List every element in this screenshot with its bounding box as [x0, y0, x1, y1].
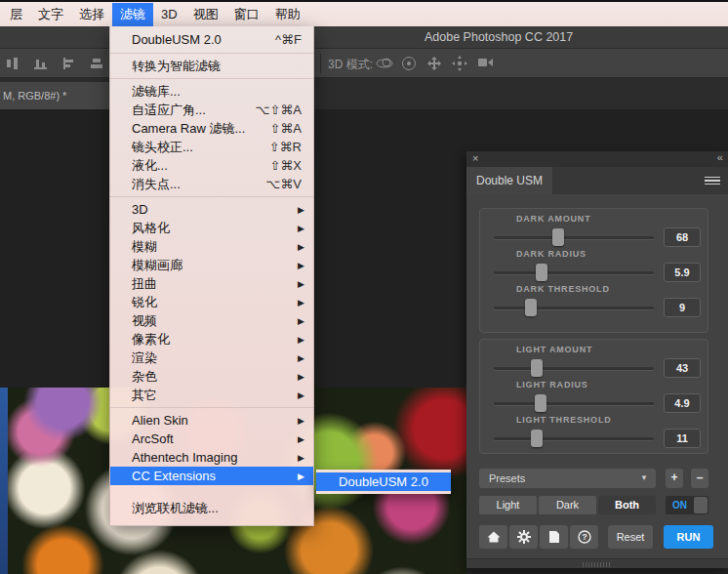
slider-track[interactable]	[494, 307, 654, 309]
help-button[interactable]: ?	[570, 525, 598, 549]
menubar-item-窗口[interactable]: 窗口	[226, 3, 267, 26]
pan-3d-camera-icon[interactable]	[425, 55, 442, 70]
menu-item-Athentech Imaging[interactable]: Athentech Imaging▶	[110, 448, 313, 467]
slider-value-field[interactable]: 43	[664, 358, 701, 378]
slider-value-field[interactable]: 4.9	[664, 393, 701, 413]
slider-value-field[interactable]: 68	[664, 227, 701, 247]
svg-text:?: ?	[582, 532, 587, 542]
segment-button-light[interactable]: Light	[479, 496, 537, 514]
slider-track[interactable]	[494, 437, 654, 440]
menu-item-像素化[interactable]: 像素化▶	[110, 330, 313, 348]
menu-separator	[110, 404, 313, 411]
slider-row: 9	[480, 298, 709, 317]
home-button[interactable]	[479, 525, 507, 549]
panel-menu-icon[interactable]	[705, 177, 720, 185]
collapse-panel-icon[interactable]: ‹‹	[717, 151, 722, 163]
menu-item-ArcSoft[interactable]: ArcSoft▶	[110, 430, 313, 448]
menu-item-自适应广角[interactable]: 自适应广角...⌥⇧⌘A	[110, 101, 313, 119]
slider-track[interactable]	[494, 271, 654, 274]
on-toggle-knob[interactable]	[694, 497, 708, 513]
menu-item-扭曲[interactable]: 扭曲▶	[110, 274, 313, 293]
menubar-item-文字[interactable]: 文字	[30, 3, 71, 26]
menu-item-其它[interactable]: 其它▶	[110, 386, 313, 404]
slider-track[interactable]	[494, 236, 654, 239]
menubar-item-滤镜[interactable]: 滤镜	[112, 3, 153, 26]
menu-item-视频[interactable]: 视频▶	[110, 311, 313, 330]
menu-item-DoubleUSM 2.0[interactable]: DoubleUSM 2.0^⌘F	[110, 29, 313, 50]
menu-item-消失点[interactable]: 消失点...⌥⌘V	[110, 175, 313, 193]
distribute-vertical-centers-icon[interactable]	[89, 56, 105, 71]
panel-header-strip: × ‹‹	[466, 151, 728, 167]
menu-item-label: 像素化	[132, 332, 170, 347]
menu-item-CC Extensions[interactable]: CC Extensions▶	[110, 467, 313, 485]
close-icon[interactable]: ×	[472, 152, 478, 164]
align-left-edges-icon[interactable]	[61, 56, 77, 71]
menubar-item-选择[interactable]: 选择	[71, 3, 112, 26]
slider-value-field[interactable]: 5.9	[664, 263, 701, 282]
menu-item-Alien Skin[interactable]: Alien Skin▶	[110, 411, 313, 430]
menu-item-label: 渲染	[132, 350, 157, 365]
menu-item-转换为智能滤镜[interactable]: 转换为智能滤镜	[110, 57, 313, 75]
menubar-item-帮助[interactable]: 帮助	[267, 3, 308, 26]
slider-label-light-amount: LIGHT AMOUNT	[516, 345, 592, 354]
menu-item-镜头校正[interactable]: 镜头校正...⇧⌘R	[110, 138, 313, 156]
orbit-3d-camera-icon[interactable]	[375, 55, 391, 70]
menu-separator	[110, 193, 313, 200]
submenu-item-doubleusm[interactable]: DoubleUSM 2.0	[316, 472, 451, 491]
slider-label-light-threshold: LIGHT THRESHOLD	[516, 415, 612, 425]
slider-value-field[interactable]: 11	[664, 429, 701, 448]
submenu-arrow-icon: ▶	[298, 449, 304, 468]
menu-item-模糊[interactable]: 模糊▶	[110, 237, 313, 256]
slider-track[interactable]	[494, 402, 654, 405]
slider-thumb[interactable]	[536, 264, 547, 281]
submenu-arrow-icon: ▶	[298, 368, 304, 387]
presets-dropdown[interactable]: Presets ▼	[479, 469, 656, 488]
slider-track[interactable]	[494, 367, 654, 370]
document-tab[interactable]: M, RGB/8#) *	[0, 82, 112, 109]
menu-item-锐化[interactable]: 锐化▶	[110, 293, 313, 311]
slider-thumb[interactable]	[552, 228, 564, 246]
menubar-item-层[interactable]: 层	[2, 3, 30, 26]
slider-thumb[interactable]	[531, 359, 543, 377]
menu-item-杂色[interactable]: 杂色▶	[110, 367, 313, 386]
document-button[interactable]	[540, 525, 568, 549]
panel-resize-strip[interactable]	[466, 558, 728, 568]
slide-3d-camera-icon[interactable]	[451, 55, 467, 70]
submenu-arrow-icon: ▶	[298, 220, 304, 238]
menubar-item-3D[interactable]: 3D	[153, 4, 185, 24]
submenu-arrow-icon: ▶	[298, 238, 304, 257]
add-preset-button[interactable]: +	[666, 469, 683, 488]
slider-thumb[interactable]	[531, 430, 543, 447]
menu-item-渲染[interactable]: 渲染▶	[110, 348, 313, 367]
submenu-arrow-icon: ▶	[298, 468, 304, 486]
slider-thumb[interactable]	[535, 394, 546, 412]
menu-item-液化[interactable]: 液化...⇧⌘X	[110, 156, 313, 175]
menu-item-滤镜库[interactable]: 滤镜库...	[110, 82, 313, 101]
panel-tab-double-usm-2[interactable]: Double USM 2	[466, 167, 552, 194]
segment-button-both[interactable]: Both	[598, 496, 656, 514]
distribute-horizontal-centers-icon[interactable]	[4, 56, 20, 71]
menu-item-浏览联机滤镜[interactable]: 浏览联机滤镜...	[110, 499, 313, 517]
slider-value-field[interactable]: 9	[664, 298, 701, 317]
menu-item-风格化[interactable]: 风格化▶	[110, 219, 313, 237]
remove-preset-button[interactable]: –	[691, 469, 708, 488]
zoom-3d-camera-icon[interactable]	[476, 55, 493, 70]
menu-item-模糊画廊[interactable]: 模糊画廊▶	[110, 256, 313, 274]
menu-item-label: 扭曲	[132, 276, 157, 291]
3d-mode-label: 3D 模式:	[328, 57, 373, 73]
menubar-item-视图[interactable]: 视图	[185, 3, 226, 26]
roll-3d-camera-icon[interactable]	[400, 55, 417, 70]
chevron-down-icon: ▼	[640, 469, 648, 488]
menu-item-3D[interactable]: 3D▶	[110, 200, 313, 219]
on-toggle[interactable]: ON	[666, 496, 708, 514]
run-button[interactable]: RUN	[664, 525, 713, 549]
light-sliders-group: LIGHT AMOUNT43LIGHT RADIUS4.9LIGHT THRES…	[479, 339, 708, 454]
menu-item-Camera Raw 滤镜[interactable]: Camera Raw 滤镜...⇧⌘A	[110, 119, 313, 138]
gear-button[interactable]	[509, 525, 538, 549]
segment-button-dark[interactable]: Dark	[539, 496, 596, 514]
menu-item-label: 模糊画廊	[132, 258, 182, 272]
slider-thumb[interactable]	[525, 299, 537, 316]
align-bottom-edges-icon[interactable]	[32, 56, 49, 71]
reset-button[interactable]: Reset	[608, 525, 653, 549]
menu-separator	[110, 50, 313, 57]
